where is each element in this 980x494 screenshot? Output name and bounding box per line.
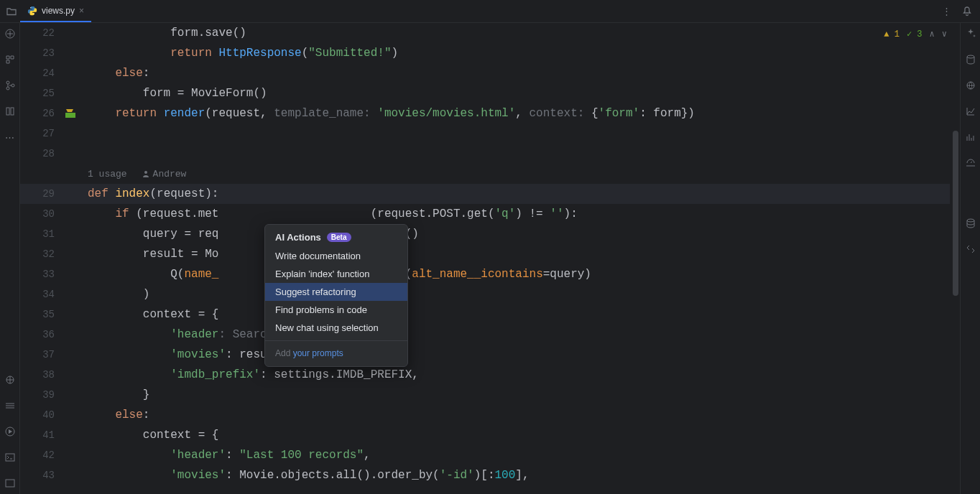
ai-actions-popup: AI Actions Beta Write documentation Expl… [264, 224, 408, 367]
bookmarks-icon[interactable] [4, 105, 17, 118]
coverage-icon[interactable] [964, 131, 977, 144]
code-editor[interactable]: ▲ 1 ✓ 3 ∧ ∨ 22 form.save() 23 return Htt… [20, 23, 960, 494]
line-number[interactable]: 33 [20, 269, 60, 280]
vcs-icon[interactable] [4, 79, 17, 92]
tab-bar: views.py × ⋮ [0, 0, 980, 23]
database-icon[interactable] [964, 53, 977, 66]
pull-requests-icon[interactable] [964, 243, 977, 256]
beta-badge: Beta [327, 233, 351, 242]
prev-highlight-icon[interactable]: ∧ [930, 29, 935, 39]
svg-rect-11 [6, 480, 14, 487]
more-icon[interactable]: ⋮ [942, 6, 951, 17]
problems-icon[interactable] [4, 477, 17, 490]
python-icon [27, 6, 37, 16]
svg-point-1 [34, 13, 34, 14]
popup-footer[interactable]: Add your prompts [265, 345, 407, 362]
tab-views-py[interactable]: views.py × [20, 0, 91, 22]
line-number[interactable]: 41 [20, 429, 60, 441]
close-icon[interactable]: × [79, 6, 84, 16]
line-number[interactable]: 30 [20, 208, 60, 220]
line-number[interactable]: 29 [20, 188, 60, 200]
line-number[interactable]: 40 [20, 409, 60, 421]
endpoints-icon[interactable] [964, 79, 977, 92]
ai-action-new-chat[interactable]: New chat using selection [265, 319, 407, 337]
collapse-icon[interactable] [4, 27, 17, 40]
line-number[interactable]: 43 [20, 470, 60, 481]
profiler-icon[interactable] [964, 157, 977, 169]
svg-rect-10 [6, 454, 14, 461]
left-toolbar: ⋯ [0, 23, 20, 494]
line-number[interactable]: 32 [20, 248, 60, 260]
git-icon[interactable] [964, 217, 977, 230]
line-number[interactable]: 42 [20, 449, 60, 461]
project-icon[interactable] [3, 6, 20, 17]
line-number[interactable]: 36 [20, 329, 60, 340]
code-lens[interactable]: 1 usageAndrew [80, 169, 186, 180]
structure-icon[interactable] [4, 53, 17, 66]
author-icon [142, 169, 150, 178]
more-tools-icon[interactable]: ⋯ [4, 131, 17, 144]
breakpoint-icon[interactable] [65, 108, 76, 118]
terminal-icon[interactable] [4, 451, 17, 464]
line-number[interactable]: 24 [20, 67, 60, 79]
separator [265, 340, 407, 341]
svg-point-5 [11, 84, 14, 87]
line-number[interactable]: 38 [20, 369, 60, 381]
svg-point-16 [967, 219, 974, 222]
scrollbar-thumb[interactable] [953, 131, 958, 296]
services-icon[interactable] [4, 399, 17, 412]
svg-point-3 [6, 81, 9, 84]
line-number[interactable]: 39 [20, 389, 60, 401]
svg-point-14 [967, 55, 974, 58]
svg-point-13 [144, 171, 147, 174]
svg-point-4 [6, 87, 9, 90]
svg-rect-7 [11, 108, 14, 115]
tab-title: views.py [42, 6, 75, 16]
ok-indicator[interactable]: ✓ 3 [907, 29, 923, 39]
line-number[interactable]: 35 [20, 309, 60, 320]
popup-title: AI Actions Beta [265, 229, 407, 247]
ai-action-explain[interactable]: Explain 'index' function [265, 265, 407, 283]
ai-assistant-icon[interactable] [964, 27, 977, 40]
ai-action-find-problems[interactable]: Find problems in code [265, 301, 407, 319]
svg-rect-12 [65, 113, 75, 118]
line-number[interactable]: 23 [20, 47, 60, 59]
python-packages-icon[interactable] [4, 373, 17, 386]
line-number[interactable]: 27 [20, 128, 60, 139]
ai-action-write-docs[interactable]: Write documentation [265, 247, 407, 265]
ai-action-refactor[interactable]: Suggest refactoring [265, 283, 407, 301]
line-number[interactable]: 34 [20, 289, 60, 300]
run-icon[interactable] [4, 425, 17, 438]
warning-indicator[interactable]: ▲ 1 [884, 29, 900, 39]
line-number[interactable]: 37 [20, 349, 60, 360]
next-highlight-icon[interactable]: ∨ [942, 29, 947, 39]
svg-point-0 [30, 7, 31, 8]
svg-rect-6 [6, 108, 9, 115]
line-number[interactable]: 26 [20, 108, 60, 119]
line-number[interactable]: 22 [20, 27, 60, 39]
bell-icon[interactable] [961, 6, 973, 17]
inspection-widget[interactable]: ▲ 1 ✓ 3 ∧ ∨ [884, 29, 947, 39]
line-number[interactable]: 31 [20, 228, 60, 240]
line-number[interactable]: 25 [20, 88, 60, 99]
line-number[interactable]: 28 [20, 148, 60, 159]
right-toolbar [960, 23, 980, 494]
sciview-icon[interactable] [964, 105, 977, 118]
